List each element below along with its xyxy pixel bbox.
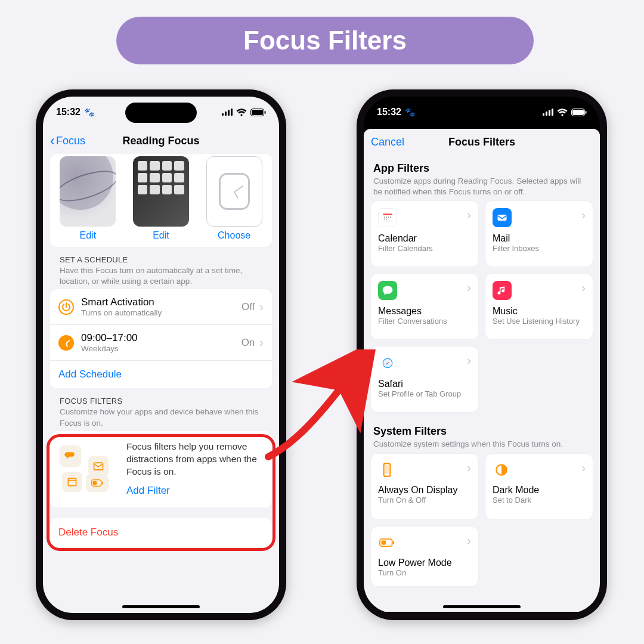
- focus-filters-subtext: Customize how your apps and device behav…: [60, 407, 262, 428]
- power-icon: [58, 299, 74, 315]
- svg-rect-17: [572, 110, 584, 115]
- svg-rect-14: [549, 110, 550, 116]
- cellular-icon: [222, 109, 233, 116]
- tile-safari[interactable]: › SafariSet Profile or Tab Group: [371, 346, 478, 412]
- svg-rect-36: [381, 540, 386, 544]
- delete-focus-button[interactable]: Delete Focus: [50, 518, 272, 547]
- battery-icon: [250, 109, 266, 116]
- lockscreen-thumb[interactable]: [60, 156, 116, 227]
- svg-rect-10: [101, 481, 103, 484]
- navbar-left: ‹ Focus Reading Focus: [43, 128, 279, 154]
- tile-sub: Set to Dark: [493, 496, 586, 505]
- add-schedule-button[interactable]: Add Schedule: [50, 360, 272, 388]
- tile-sub: Filter Conversations: [378, 317, 471, 326]
- time-value: On: [242, 337, 255, 349]
- chevron-right-icon: ›: [467, 208, 471, 222]
- tile-dark-mode[interactable]: › Dark ModeSet to Dark: [485, 454, 593, 519]
- dynamic-island: [125, 103, 197, 123]
- phone-right: 15:32 🐾 Cancel Focus Filters App Filters…: [357, 89, 607, 620]
- edit-homescreen-button[interactable]: Edit: [153, 230, 169, 241]
- tile-messages[interactable]: › MessagesFilter Conversations: [371, 274, 478, 339]
- tile-always-on-display[interactable]: › Always On DisplayTurn On & Off: [371, 454, 478, 519]
- chevron-right-icon: ›: [467, 281, 471, 295]
- tile-title: Messages: [378, 306, 471, 317]
- darkmode-icon: [493, 461, 510, 479]
- time-schedule-row[interactable]: 09:00–17:00 Weekdays On›: [50, 324, 272, 360]
- smart-activation-title: Smart Activation: [81, 296, 234, 308]
- tile-mail[interactable]: › MailFilter Inboxes: [485, 201, 593, 267]
- tile-sub: Set Use Listening History: [493, 317, 586, 326]
- svg-rect-21: [384, 217, 385, 218]
- tile-title: Music: [493, 306, 586, 317]
- sheet-title: Focus Filters: [364, 136, 600, 148]
- focus-filters-card: Focus filters help you remove distractio…: [50, 431, 272, 507]
- system-filters-subtext: Customize system settings when this Focu…: [373, 439, 590, 450]
- svg-rect-3: [231, 109, 233, 116]
- app-filters-header: App Filters: [373, 162, 590, 175]
- music-icon: [493, 281, 512, 300]
- tile-title: Calendar: [378, 233, 471, 244]
- tile-sub: Set Profile or Tab Group: [378, 389, 471, 399]
- smart-activation-sub: Turns on automatically: [81, 308, 234, 317]
- svg-rect-27: [498, 215, 507, 221]
- schedule-header: SET A SCHEDULE: [60, 255, 262, 264]
- svg-rect-32: [385, 465, 389, 473]
- add-filter-button[interactable]: Add Filter: [126, 484, 262, 498]
- page-banner: Focus Filters: [116, 17, 534, 64]
- svg-rect-13: [546, 112, 547, 116]
- phone-icon: [378, 461, 396, 479]
- tile-sub: Filter Calendars: [378, 244, 471, 253]
- svg-rect-20: [383, 215, 392, 222]
- status-time: 15:32: [56, 107, 80, 117]
- svg-rect-1: [225, 112, 227, 116]
- chevron-right-icon: ›: [581, 281, 586, 295]
- choose-watch-button[interactable]: Choose: [218, 230, 250, 241]
- focus-filters-iconcluster: [60, 445, 117, 493]
- tile-title: Low Power Mode: [378, 558, 471, 568]
- svg-rect-11: [93, 481, 97, 485]
- svg-rect-8: [68, 478, 76, 486]
- tile-title: Dark Mode: [493, 485, 586, 496]
- tile-sub: Filter Inboxes: [493, 244, 586, 253]
- clock-icon: [58, 335, 74, 351]
- screen-right: 15:32 🐾 Cancel Focus Filters App Filters…: [364, 97, 600, 613]
- tile-music[interactable]: › MusicSet Use Listening History: [485, 274, 593, 339]
- svg-rect-25: [384, 219, 385, 220]
- homescreen-thumb[interactable]: [133, 156, 189, 227]
- calendar-icon: [378, 208, 397, 227]
- svg-rect-18: [586, 111, 587, 114]
- chevron-right-icon: ›: [467, 354, 471, 367]
- smart-activation-row[interactable]: Smart Activation Turns on automatically …: [50, 289, 272, 324]
- paw-icon: 🐾: [84, 107, 94, 117]
- svg-rect-24: [390, 217, 391, 218]
- tile-title: Always On Display: [378, 485, 471, 496]
- phone-left: 15:32 🐾 ‹ Focus Reading Focus: [36, 89, 286, 620]
- tile-sub: Turn On: [378, 568, 471, 578]
- nav-title: Reading Focus: [43, 135, 279, 147]
- system-filters-header: System Filters: [373, 425, 590, 438]
- watchface-thumb[interactable]: [206, 156, 262, 227]
- tile-title: Safari: [378, 379, 471, 389]
- dynamic-island: [446, 103, 518, 123]
- svg-rect-5: [252, 110, 263, 115]
- home-indicator: [443, 605, 521, 608]
- paw-icon: 🐾: [405, 107, 415, 117]
- chevron-right-icon: ›: [581, 208, 586, 222]
- chevron-right-icon: ›: [467, 461, 471, 475]
- chevron-right-icon: ›: [467, 534, 471, 547]
- tile-title: Mail: [493, 233, 586, 244]
- tile-low-power-mode[interactable]: › Low Power ModeTurn On: [371, 527, 478, 586]
- svg-rect-22: [386, 217, 388, 218]
- svg-rect-35: [393, 541, 395, 544]
- tile-sub: Turn On & Off: [378, 496, 471, 505]
- focus-filters-desc: Focus filters help you remove distractio…: [126, 441, 257, 476]
- screen-left: 15:32 🐾 ‹ Focus Reading Focus: [43, 97, 279, 613]
- tile-calendar[interactable]: › CalendarFilter Calendars: [371, 201, 478, 267]
- edit-lockscreen-button[interactable]: Edit: [80, 230, 97, 241]
- time-title: 09:00–17:00: [81, 332, 234, 344]
- svg-rect-23: [388, 217, 389, 218]
- chevron-right-icon: ›: [259, 300, 264, 314]
- chevron-right-icon: ›: [259, 336, 264, 349]
- svg-rect-6: [265, 111, 266, 114]
- cellular-icon: [543, 109, 553, 116]
